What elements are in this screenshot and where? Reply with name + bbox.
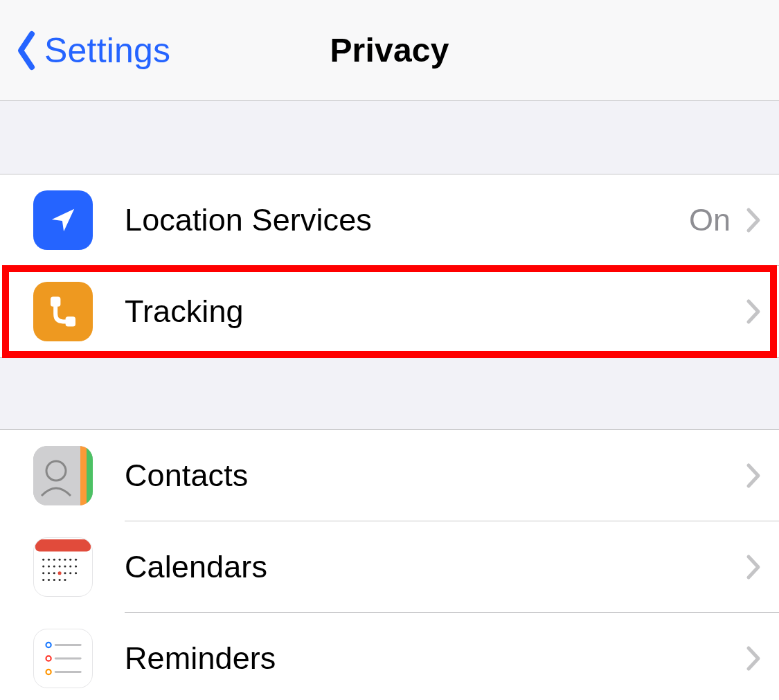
chevron-right-icon [746,207,761,233]
svg-point-21 [69,565,71,567]
svg-point-10 [48,559,50,561]
tracking-icon [33,282,93,341]
svg-point-24 [48,572,50,574]
svg-point-16 [42,565,44,567]
calendar-icon [33,537,93,597]
svg-point-28 [75,572,77,574]
back-label: Settings [44,30,170,71]
svg-point-22 [75,565,77,567]
chevron-right-icon [746,298,761,325]
row-calendars[interactable]: Calendars [0,521,779,613]
reminders-icon [33,629,93,688]
svg-point-15 [75,559,77,561]
row-tracking[interactable]: Tracking [0,266,779,357]
row-value: On [689,202,731,238]
chevron-right-icon [746,463,761,489]
svg-point-37 [46,670,51,674]
row-label: Tracking [125,294,244,330]
navigation-bar: Settings Privacy [0,0,779,101]
chevron-left-icon [15,30,36,71]
settings-group-2: Contacts Calendars [0,429,779,700]
svg-point-20 [64,565,66,567]
svg-point-17 [48,565,50,567]
svg-point-31 [53,579,55,581]
row-label: Calendars [125,549,267,585]
svg-point-27 [69,572,71,574]
svg-point-35 [46,643,51,647]
svg-point-23 [42,572,44,574]
svg-point-25 [53,572,55,574]
svg-rect-4 [80,446,87,505]
svg-point-30 [48,579,50,581]
svg-point-19 [59,565,61,567]
row-label: Reminders [125,640,276,676]
page-title: Privacy [330,31,449,69]
svg-point-26 [64,572,66,574]
svg-point-14 [69,559,71,561]
contacts-icon [33,446,93,505]
svg-point-32 [59,579,61,581]
svg-rect-5 [87,446,93,505]
chevron-right-icon [746,645,761,672]
row-reminders[interactable]: Reminders [0,613,779,700]
settings-group-1: Location Services On Tracking [0,174,779,358]
row-label: Location Services [125,202,372,238]
svg-point-29 [42,579,44,581]
svg-point-12 [59,559,61,561]
svg-point-11 [53,559,55,561]
svg-point-33 [64,579,66,581]
row-contacts[interactable]: Contacts [0,430,779,521]
back-button[interactable]: Settings [15,30,170,71]
chevron-right-icon [746,554,761,580]
row-label: Contacts [125,458,248,494]
svg-point-36 [46,656,51,661]
svg-point-13 [64,559,66,561]
row-location-services[interactable]: Location Services On [0,174,779,266]
svg-point-9 [42,559,44,561]
svg-point-18 [53,565,55,567]
svg-marker-0 [52,209,74,231]
svg-rect-8 [35,539,91,552]
svg-point-34 [58,571,62,575]
location-arrow-icon [33,190,93,250]
